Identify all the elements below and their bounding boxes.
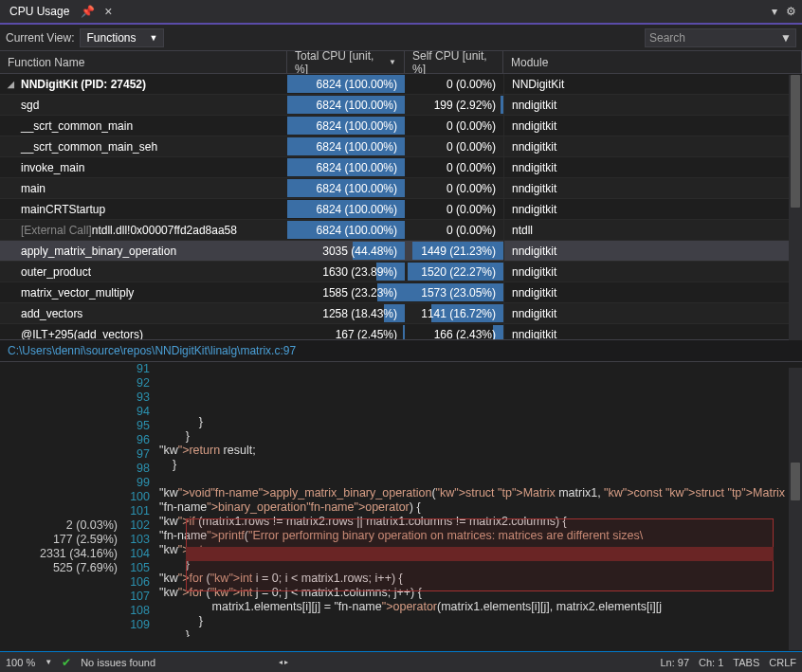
- self-cpu-cell: 1141 (16.72%): [405, 303, 503, 323]
- lineno: 102: [125, 518, 150, 533]
- issues-text[interactable]: No issues found: [81, 657, 155, 668]
- code-line[interactable]: "kw">void "fn-name">apply_matrix_binary_…: [159, 486, 802, 500]
- code-line[interactable]: }: [159, 429, 802, 444]
- char-indicator[interactable]: Ch: 1: [699, 657, 723, 668]
- lineno: 109: [125, 618, 150, 632]
- lineno: 107: [125, 590, 150, 604]
- lineno: 92: [125, 376, 150, 390]
- close-tab-icon[interactable]: ×: [100, 4, 116, 19]
- code-line[interactable]: }: [159, 614, 802, 628]
- fn-cell: matrix_vector_multiply: [0, 282, 287, 302]
- code-line[interactable]: [159, 472, 802, 486]
- code-line[interactable]: "fn-name">binary_operation "fn-name">ope…: [159, 500, 802, 515]
- code-line[interactable]: }: [159, 628, 802, 637]
- self-cpu-cell: 0 (0.00%): [405, 157, 503, 177]
- self-cpu-cell: 1520 (22.27%): [405, 262, 503, 282]
- module-cell: nndigitkit: [503, 157, 802, 177]
- self-cpu-cell: 0 (0.00%): [405, 199, 503, 219]
- line-indicator[interactable]: Ln: 97: [660, 657, 689, 668]
- lineno: 97: [125, 447, 150, 462]
- lineno: 106: [125, 575, 150, 590]
- table-row[interactable]: outer_product1630 (23.89%)1520 (22.27%)n…: [0, 262, 802, 282]
- table-row[interactable]: ◢NNDigitKit (PID: 27452)6824 (100.00%)0 …: [0, 74, 802, 95]
- crlf-indicator[interactable]: CRLF: [769, 657, 796, 668]
- toolbar: Current View: Functions ▼ ▼: [0, 25, 802, 51]
- stat: [0, 575, 118, 590]
- search-box[interactable]: ▼: [645, 28, 796, 47]
- module-cell: nndigitkit: [503, 178, 802, 198]
- col-self-cpu[interactable]: Self CPU [unit, %]: [405, 51, 503, 73]
- stat: 2331 (34.16%): [0, 547, 118, 561]
- zoom-level[interactable]: 100 %: [6, 657, 35, 668]
- stat: [0, 419, 118, 433]
- ok-icon: ✔: [62, 656, 71, 669]
- lineno: 91: [125, 362, 150, 376]
- module-cell: NNDigitKit: [503, 74, 802, 94]
- table-row[interactable]: [External Call] ntdll.dll!0x00007ffd2ad8…: [0, 220, 802, 241]
- col-function-name[interactable]: Function Name: [0, 51, 287, 73]
- window-menu-icon[interactable]: ▾: [772, 5, 777, 18]
- col-total-cpu[interactable]: Total CPU [unit, %]▼: [287, 51, 405, 73]
- search-input[interactable]: [649, 31, 773, 45]
- gutter-stats: 2 (0.03%)177 (2.59%)2331 (34.16%)525 (7.…: [0, 362, 125, 637]
- stat: [0, 362, 118, 376]
- pin-icon[interactable]: 📌: [81, 5, 95, 18]
- stat: [0, 390, 118, 405]
- expand-icon[interactable]: ◢: [8, 80, 19, 89]
- table-row[interactable]: @ILT+295(add_vectors)167 (2.45%)166 (2.4…: [0, 324, 802, 339]
- table-scrollbar[interactable]: [789, 75, 802, 340]
- source-path: C:\Users\denni\source\repos\NNDigitKit\l…: [0, 339, 802, 362]
- lineno: 98: [125, 462, 150, 476]
- total-cpu-cell: 6824 (100.00%): [287, 136, 405, 156]
- code-line[interactable]: "kw">return result;: [159, 444, 802, 458]
- lineno: 96: [125, 433, 150, 447]
- tabs-indicator[interactable]: TABS: [733, 657, 759, 668]
- code-content[interactable]: } } "kw">return result; } "kw">void "fn-…: [159, 362, 802, 637]
- total-cpu-cell: 1258 (18.43%): [287, 303, 405, 323]
- current-view-label: Current View:: [6, 31, 74, 45]
- table-row[interactable]: invoke_main6824 (100.00%)0 (0.00%)nndigi…: [0, 157, 802, 178]
- code-line[interactable]: }: [159, 458, 802, 472]
- code-line[interactable]: }: [159, 415, 802, 429]
- tab-title: CPU Usage: [4, 1, 75, 22]
- module-cell: nndigitkit: [503, 116, 802, 136]
- chevron-down-icon[interactable]: ▼: [780, 31, 792, 45]
- gutter-line-numbers: 9192939495969798991001011021031041051061…: [125, 362, 159, 637]
- lineno: 101: [125, 504, 150, 518]
- table-row[interactable]: matrix_vector_multiply1585 (23.23%)1573 …: [0, 282, 802, 303]
- lineno: 95: [125, 419, 150, 433]
- sort-desc-icon: ▼: [389, 58, 396, 66]
- self-cpu-cell: 0 (0.00%): [405, 74, 503, 94]
- total-cpu-cell: 167 (2.45%): [287, 324, 405, 339]
- table-row[interactable]: sgd6824 (100.00%)199 (2.92%)nndigitkit: [0, 95, 802, 116]
- self-cpu-cell: 1573 (23.05%): [405, 282, 503, 302]
- table-row[interactable]: add_vectors1258 (18.43%)1141 (16.72%)nnd…: [0, 303, 802, 324]
- fn-cell: __scrt_common_main_seh: [0, 136, 287, 156]
- scroll-thumb[interactable]: [791, 75, 800, 208]
- module-cell: nndigitkit: [503, 324, 802, 339]
- gear-icon[interactable]: ⚙: [783, 4, 798, 19]
- self-cpu-cell: 166 (2.43%): [405, 324, 503, 339]
- self-cpu-cell: 199 (2.92%): [405, 95, 503, 115]
- table-row[interactable]: main6824 (100.00%)0 (0.00%)nndigitkit: [0, 178, 802, 199]
- self-cpu-cell: 1449 (21.23%): [405, 241, 503, 261]
- chevron-icon[interactable]: ◂ ▸: [279, 658, 288, 666]
- self-cpu-cell: 0 (0.00%): [405, 220, 503, 240]
- module-cell: nndigitkit: [503, 303, 802, 323]
- module-cell: nndigitkit: [503, 241, 802, 261]
- table-row[interactable]: __scrt_common_main6824 (100.00%)0 (0.00%…: [0, 116, 802, 136]
- table-row[interactable]: apply_matrix_binary_operation3035 (44.48…: [0, 241, 802, 262]
- table-row[interactable]: __scrt_common_main_seh6824 (100.00%)0 (0…: [0, 136, 802, 157]
- fn-cell: invoke_main: [0, 157, 287, 177]
- module-cell: nndigitkit: [503, 282, 802, 302]
- stat: [0, 490, 118, 504]
- stat: [0, 462, 118, 476]
- chevron-down-icon[interactable]: ▼: [45, 658, 52, 666]
- view-selector[interactable]: Functions ▼: [80, 28, 164, 47]
- fn-cell: apply_matrix_binary_operation: [0, 241, 287, 261]
- code-line[interactable]: matrix1.elements[i][j] = "fn-name">opera…: [159, 600, 802, 614]
- col-module[interactable]: Module: [503, 51, 802, 73]
- table-row[interactable]: mainCRTStartup6824 (100.00%)0 (0.00%)nnd…: [0, 199, 802, 220]
- scroll-thumb[interactable]: [791, 463, 800, 500]
- code-scrollbar[interactable]: [789, 368, 802, 650]
